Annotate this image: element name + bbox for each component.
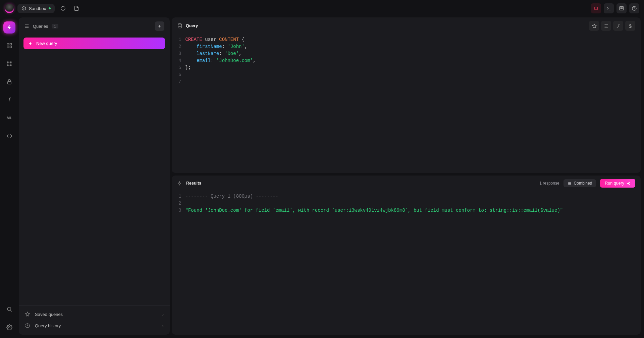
add-query-button[interactable]	[155, 21, 164, 31]
grid-icon	[6, 43, 12, 49]
svg-point-11	[7, 65, 8, 66]
queries-footer: Saved queries › Query history ›	[19, 306, 170, 335]
results-header: Results 1 response Combined Run query	[172, 176, 641, 191]
rail-item-api[interactable]	[3, 130, 15, 142]
star-icon	[25, 312, 32, 317]
titlebar-right	[591, 3, 639, 13]
status-dot-icon	[49, 7, 51, 9]
file-icon	[74, 6, 79, 11]
svg-rect-8	[10, 46, 12, 48]
sandbox-chip[interactable]: Sandbox	[17, 4, 55, 13]
database-icon	[177, 23, 182, 28]
saved-queries-button[interactable]: Saved queries ›	[21, 309, 168, 320]
run-query-button[interactable]: Run query	[600, 179, 635, 188]
sync-icon	[60, 6, 66, 11]
svg-point-16	[9, 327, 10, 328]
results-panel: Results 1 response Combined Run query 12…	[172, 176, 641, 335]
stop-button[interactable]	[591, 3, 601, 13]
rail-item-functions[interactable]: f	[3, 94, 15, 106]
lightning-icon	[177, 181, 182, 186]
queries-panel: Queries 1 New query Saved queries ›	[19, 17, 170, 335]
rail-item-settings[interactable]	[3, 321, 15, 333]
svg-rect-7	[7, 46, 9, 48]
align-icon	[604, 23, 609, 28]
sandbox-label: Sandbox	[29, 6, 46, 11]
gear-icon	[6, 324, 12, 330]
svg-rect-13	[8, 81, 11, 84]
terminal-icon	[606, 6, 611, 11]
wand-icon	[616, 23, 621, 28]
star-icon	[592, 23, 597, 28]
queries-title: Queries	[33, 24, 48, 29]
queries-header: Queries 1	[19, 17, 170, 35]
svg-rect-5	[7, 43, 9, 45]
results-title: Results	[186, 181, 201, 186]
results-body[interactable]: 123 -------- Query 1 (800µs) -------- "F…	[172, 191, 641, 216]
rail-item-ml[interactable]: ML	[3, 112, 15, 124]
cube-icon	[21, 6, 26, 11]
svg-point-14	[7, 307, 11, 311]
svg-rect-6	[10, 43, 12, 45]
search-icon	[6, 306, 12, 312]
query-tab-label: New query	[36, 41, 57, 46]
dollar-icon: $	[629, 23, 632, 29]
query-editor-body[interactable]: 1234567 CREATE user CONTENT { firstName:…	[172, 34, 641, 87]
stop-icon	[594, 6, 598, 11]
saved-queries-label: Saved queries	[35, 312, 63, 317]
news-button[interactable]	[616, 3, 627, 13]
query-history-button[interactable]: Query history ›	[21, 320, 168, 331]
help-button[interactable]	[629, 3, 639, 13]
results-response-count: 1 response	[539, 181, 559, 186]
view-mode-label: Combined	[574, 181, 592, 186]
query-editor-panel: Query $ 1234567 CREATE user CONTENT { fi…	[172, 17, 641, 173]
svg-marker-24	[592, 24, 596, 28]
query-tab-active[interactable]: New query	[23, 38, 165, 49]
help-icon	[632, 6, 637, 11]
terminal-button[interactable]	[604, 3, 614, 13]
nav-rail: f ML	[0, 17, 19, 338]
svg-point-23	[178, 23, 182, 25]
rail-item-query[interactable]	[3, 21, 15, 33]
rail-item-search[interactable]	[3, 303, 15, 315]
new-file-button[interactable]	[71, 3, 82, 13]
titlebar: Sandbox	[0, 0, 644, 17]
history-icon	[25, 323, 32, 328]
query-editor-header: Query $	[172, 17, 641, 34]
magic-button[interactable]	[613, 21, 623, 31]
run-query-label: Run query	[605, 181, 624, 186]
view-mode-toggle[interactable]: Combined	[564, 179, 596, 187]
variables-button[interactable]: $	[625, 21, 635, 31]
svg-point-12	[10, 65, 11, 66]
graph-icon	[6, 61, 12, 67]
rail-item-auth[interactable]	[3, 76, 15, 88]
plus-icon	[157, 24, 162, 28]
rail-item-graph[interactable]	[3, 58, 15, 70]
chevron-right-icon: ›	[162, 312, 164, 317]
lightning-icon	[6, 24, 12, 30]
code-icon	[6, 133, 12, 139]
format-button[interactable]	[601, 21, 611, 31]
sync-button[interactable]	[58, 3, 68, 13]
layers-icon	[568, 181, 572, 186]
send-icon	[626, 181, 631, 186]
svg-rect-0	[595, 7, 597, 10]
lock-icon	[6, 79, 12, 85]
chevron-right-icon: ›	[162, 323, 164, 328]
app-logo[interactable]	[5, 4, 14, 13]
rail-item-explorer[interactable]	[3, 40, 15, 52]
svg-point-10	[10, 62, 11, 63]
news-icon	[619, 6, 624, 11]
svg-marker-22	[25, 312, 30, 316]
query-editor-title: Query	[186, 23, 198, 28]
svg-line-15	[10, 310, 11, 311]
editor-area: Query $ 1234567 CREATE user CONTENT { fi…	[172, 17, 641, 335]
queries-count: 1	[52, 24, 58, 28]
favorite-button[interactable]	[589, 21, 599, 31]
list-icon	[24, 23, 30, 29]
query-history-label: Query history	[35, 323, 61, 328]
lightning-icon	[28, 41, 33, 46]
svg-point-9	[7, 62, 8, 63]
